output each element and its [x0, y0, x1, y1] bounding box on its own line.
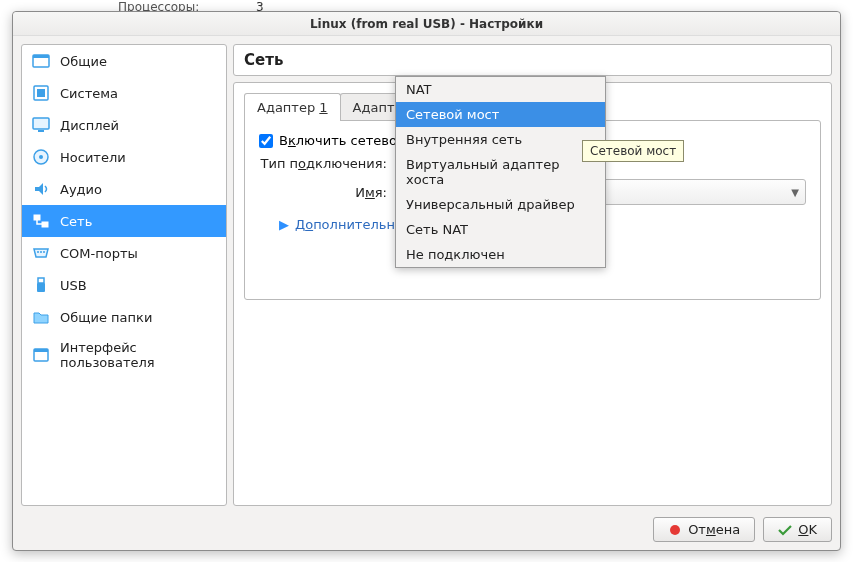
dropdown-item-nat[interactable]: NAT — [396, 77, 605, 102]
dropdown-item-notattached[interactable]: Не подключен — [396, 242, 605, 267]
connection-type-label: Тип подключения: — [259, 156, 387, 171]
svg-rect-3 — [37, 89, 45, 97]
svg-rect-5 — [38, 130, 44, 132]
svg-rect-8 — [34, 215, 40, 220]
sidebar-item-label: COM-порты — [60, 246, 138, 261]
svg-point-7 — [39, 155, 43, 159]
svg-rect-16 — [34, 349, 48, 352]
sidebar-item-display[interactable]: Дисплей — [22, 109, 226, 141]
sidebar-item-label: Система — [60, 86, 118, 101]
dropdown-item-natnetwork[interactable]: Сеть NAT — [396, 217, 605, 242]
sidebar-item-serial[interactable]: COM-порты — [22, 237, 226, 269]
audio-icon — [32, 180, 50, 198]
sidebar-item-label: Дисплей — [60, 118, 119, 133]
storage-icon — [32, 148, 50, 166]
sidebar-item-audio[interactable]: Аудио — [22, 173, 226, 205]
dropdown-item-hostonly[interactable]: Виртуальный адаптер хоста — [396, 152, 605, 192]
cancel-icon — [668, 523, 682, 537]
svg-point-17 — [670, 525, 680, 535]
sidebar-item-ui[interactable]: Интерфейс пользователя — [22, 333, 226, 377]
dialog-footer: Отмена OK — [13, 517, 832, 542]
ok-icon — [778, 523, 792, 537]
sidebar-item-label: Сеть — [60, 214, 92, 229]
network-icon — [32, 212, 50, 230]
sidebar-item-network[interactable]: Сеть — [22, 205, 226, 237]
ok-button[interactable]: OK — [763, 517, 832, 542]
svg-rect-13 — [38, 278, 44, 283]
svg-point-11 — [40, 251, 42, 253]
svg-point-10 — [37, 251, 39, 253]
advanced-label: Дополнительно — [295, 217, 403, 232]
chevron-down-icon: ▼ — [791, 187, 799, 198]
sidebar-item-label: Общие — [60, 54, 107, 69]
svg-point-12 — [43, 251, 45, 253]
panel-title: Сеть — [233, 44, 832, 76]
display-icon — [32, 116, 50, 134]
dropdown-item-generic[interactable]: Универсальный драйвер — [396, 192, 605, 217]
title-bar: Linux (from real USB) - Настройки — [13, 12, 840, 36]
connection-type-dropdown[interactable]: NAT Сетевой мост Внутренняя сеть Виртуал… — [395, 76, 606, 268]
name-label: Имя: — [259, 185, 387, 200]
sidebar-item-label: USB — [60, 278, 87, 293]
serial-icon — [32, 244, 50, 262]
tab-adapter-1[interactable]: Адаптер 1 — [244, 93, 341, 121]
ok-button-label: OK — [798, 522, 817, 537]
svg-rect-1 — [33, 55, 49, 58]
svg-rect-9 — [42, 222, 48, 227]
sidebar-item-usb[interactable]: USB — [22, 269, 226, 301]
svg-rect-14 — [37, 283, 45, 292]
shared-folder-icon — [32, 308, 50, 326]
sidebar-item-storage[interactable]: Носители — [22, 141, 226, 173]
expand-arrow-icon: ▶ — [279, 217, 289, 232]
sidebar-item-system[interactable]: Система — [22, 77, 226, 109]
sidebar-item-shared-folders[interactable]: Общие папки — [22, 301, 226, 333]
dropdown-item-bridge[interactable]: Сетевой мост — [396, 102, 605, 127]
ui-icon — [32, 346, 50, 364]
cancel-button[interactable]: Отмена — [653, 517, 755, 542]
sidebar-item-label: Аудио — [60, 182, 102, 197]
cancel-button-label: Отмена — [688, 522, 740, 537]
system-icon — [32, 84, 50, 102]
sidebar-item-general[interactable]: Общие — [22, 45, 226, 77]
sidebar-item-label: Общие папки — [60, 310, 152, 325]
svg-rect-4 — [33, 118, 49, 129]
general-icon — [32, 52, 50, 70]
sidebar-item-label: Носители — [60, 150, 126, 165]
enable-adapter-checkbox[interactable] — [259, 134, 273, 148]
tooltip: Сетевой мост — [582, 140, 684, 162]
usb-icon — [32, 276, 50, 294]
dropdown-item-internal[interactable]: Внутренняя сеть — [396, 127, 605, 152]
sidebar-item-label: Интерфейс пользователя — [60, 340, 216, 370]
sidebar: Общие Система Дисплей Носители Аудио Сет… — [21, 44, 227, 506]
